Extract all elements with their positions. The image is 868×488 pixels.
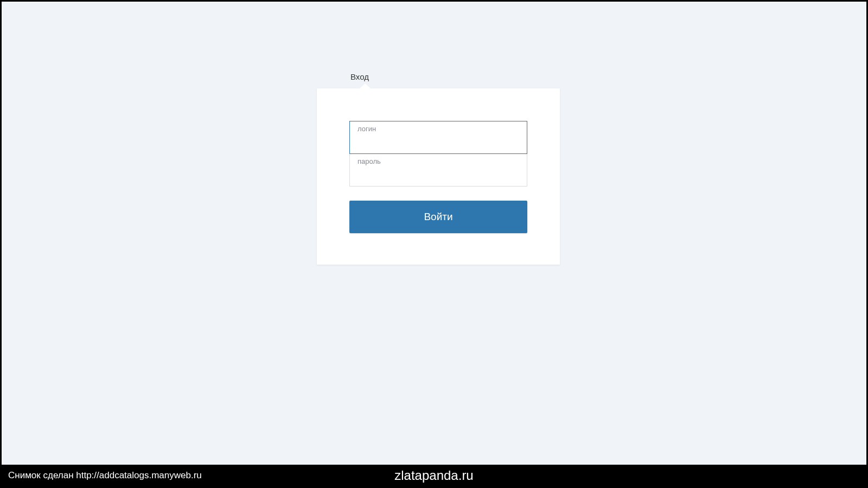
- login-input[interactable]: [358, 135, 519, 148]
- login-button[interactable]: Войти: [349, 201, 527, 233]
- login-card: логин пароль Войти: [317, 88, 560, 265]
- password-input[interactable]: [358, 168, 519, 181]
- password-field-label: пароль: [358, 157, 519, 165]
- footer-left-text: Снимок сделан http://addcatalogs.manyweb…: [8, 470, 202, 481]
- login-field-label: логин: [358, 125, 519, 133]
- password-field-wrapper[interactable]: пароль: [349, 154, 527, 187]
- login-field-wrapper[interactable]: логин: [349, 121, 527, 154]
- footer-center-text: zlatapanda.ru: [394, 468, 473, 483]
- footer-bar: Снимок сделан http://addcatalogs.manyweb…: [2, 465, 866, 486]
- page-title: Вход: [350, 72, 369, 81]
